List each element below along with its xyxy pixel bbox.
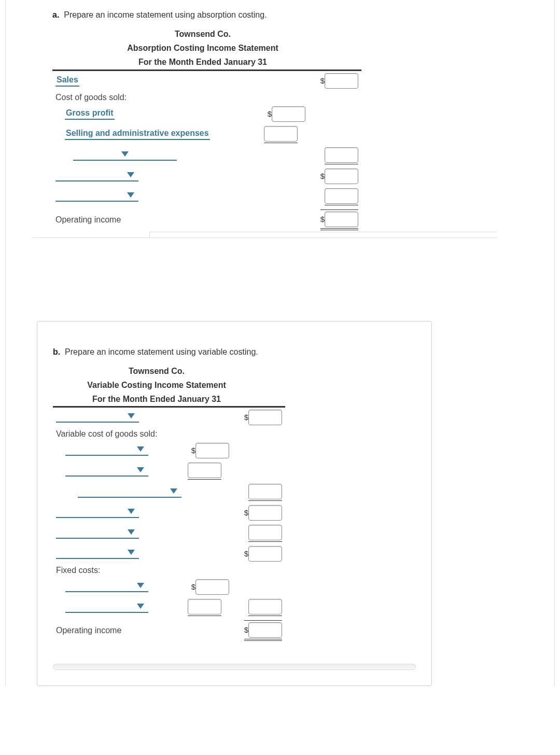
- dropdown-b-4[interactable]: [78, 485, 181, 498]
- chevron-down-icon: [137, 467, 144, 472]
- dollar-sign: $: [320, 76, 325, 85]
- dropdown-b-7[interactable]: [56, 547, 139, 559]
- period-b: For the Month Ended January 31: [53, 392, 260, 406]
- chevron-down-icon: [121, 151, 129, 157]
- dropdown-b-2[interactable]: [65, 443, 148, 456]
- chevron-down-icon: [137, 604, 144, 609]
- fixed-costs-label: Fixed costs:: [56, 566, 100, 575]
- company-a: Townsend Co.: [52, 27, 353, 41]
- panel-divider: [149, 232, 497, 237]
- title-a: Absorption Costing Income Statement: [52, 41, 353, 55]
- dropdown-b-9[interactable]: [65, 600, 148, 613]
- panel-variable: b. Prepare an income statement using var…: [37, 321, 432, 687]
- dropdown-b-3[interactable]: [65, 464, 148, 477]
- amount-b-3[interactable]: [188, 463, 221, 478]
- chevron-down-icon: [128, 509, 135, 514]
- sales-label[interactable]: Sales: [55, 75, 79, 87]
- dropdown-b-8[interactable]: [65, 580, 148, 592]
- sell-admin-label[interactable]: Selling and administrative expenses: [65, 129, 210, 140]
- chevron-down-icon: [128, 529, 135, 535]
- gross-profit-label[interactable]: Gross profit: [65, 108, 115, 120]
- panel-absorption: a. Prepare an income statement using abs…: [32, 0, 497, 238]
- amount-b-5[interactable]: [248, 505, 282, 521]
- sell-admin-input[interactable]: [264, 126, 298, 142]
- prompt-a: a. Prepare an income statement using abs…: [52, 10, 477, 20]
- chevron-down-icon: [127, 192, 134, 198]
- dropdown-a-2[interactable]: [55, 169, 138, 181]
- op-income-a-label: Operating income: [55, 215, 121, 224]
- dropdown-a-1[interactable]: [73, 148, 177, 161]
- amount-b-9[interactable]: [188, 599, 221, 614]
- amount-b-9-total[interactable]: [248, 599, 282, 614]
- prompt-b-text: Prepare an income statement using variab…: [65, 347, 258, 356]
- dropdown-b-5[interactable]: [56, 506, 139, 518]
- dropdown-b-6[interactable]: [56, 526, 139, 539]
- sales-input[interactable]: [325, 73, 358, 89]
- op-income-a-input[interactable]: [325, 212, 358, 227]
- table-b: $ Variable cost of goods sold: $: [53, 406, 285, 643]
- company-b: Townsend Co.: [53, 364, 260, 378]
- dropdown-a-3[interactable]: [55, 189, 138, 202]
- period-a: For the Month Ended January 31: [52, 55, 353, 69]
- gross-profit-input[interactable]: [272, 106, 305, 122]
- amount-b-1[interactable]: [248, 410, 282, 425]
- heading-b: Townsend Co. Variable Costing Income Sta…: [53, 364, 260, 407]
- table-a: Sales $ Cost of goods sold: Gross profit…: [52, 69, 361, 232]
- prompt-a-letter: a.: [52, 10, 59, 19]
- prompt-b: b. Prepare an income statement using var…: [53, 347, 416, 357]
- title-b: Variable Costing Income Statement: [53, 378, 260, 392]
- amount-b-4[interactable]: [248, 484, 282, 499]
- chevron-down-icon: [128, 413, 135, 418]
- chevron-down-icon: [128, 550, 135, 555]
- op-income-b-label: Operating income: [56, 626, 121, 635]
- heading-a: Townsend Co. Absorption Costing Income S…: [52, 27, 353, 69]
- dropdown-b-1[interactable]: [56, 410, 139, 423]
- prompt-b-letter: b.: [53, 347, 60, 356]
- scrollbar-track[interactable]: [53, 664, 416, 670]
- amount-a-2[interactable]: [325, 169, 358, 184]
- var-cogs-label: Variable cost of goods sold:: [56, 429, 157, 438]
- chevron-down-icon: [170, 488, 177, 494]
- amount-b-7[interactable]: [248, 546, 282, 562]
- amount-a-3[interactable]: [325, 188, 358, 204]
- amount-a-sub[interactable]: [325, 147, 358, 163]
- chevron-down-icon: [137, 446, 144, 452]
- amount-b-2[interactable]: [195, 443, 229, 458]
- cogs-label: Cost of goods sold:: [55, 93, 127, 102]
- prompt-a-text: Prepare an income statement using absorp…: [64, 10, 267, 19]
- chevron-down-icon: [127, 172, 134, 177]
- amount-b-8[interactable]: [195, 579, 229, 595]
- chevron-down-icon: [137, 583, 144, 588]
- amount-b-6[interactable]: [248, 525, 282, 540]
- op-income-b-input[interactable]: [248, 622, 282, 638]
